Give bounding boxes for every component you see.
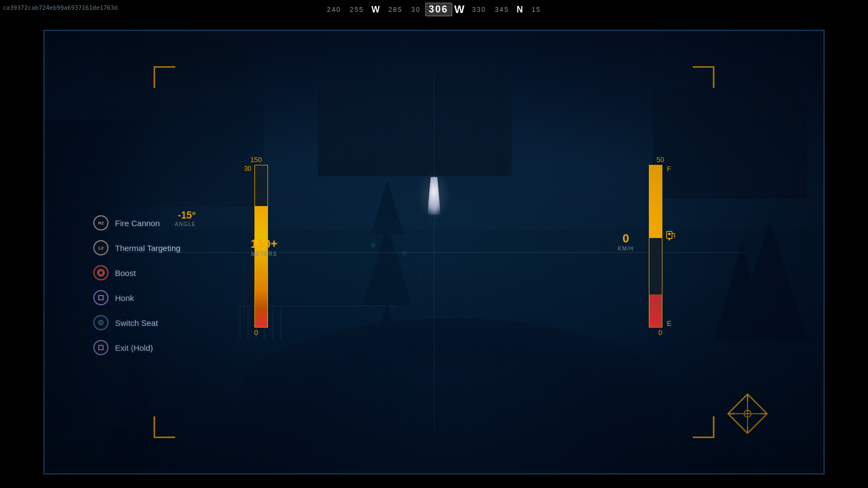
angle-gauge-fill <box>255 206 267 328</box>
switch-seat-button <box>93 315 108 330</box>
controls-hud: R2 Fire Cannon L2 Thermal Targeting Boos… <box>93 215 181 355</box>
control-exit: Exit (Hold) <box>93 340 181 355</box>
tree-tri-1 <box>355 303 420 412</box>
compass-tick-285: 285 <box>384 6 407 14</box>
tree-tri-2 <box>363 224 412 305</box>
switch-seat-label: Switch Seat <box>115 318 158 328</box>
fuel-bottom-label: 0 <box>659 329 662 337</box>
angle-max-label: 150 <box>250 156 262 164</box>
fuel-label-F: F <box>667 165 672 173</box>
crosshair-vertical <box>434 75 435 429</box>
square-button <box>93 290 108 305</box>
speed-label: KM/H <box>618 246 634 252</box>
tree-tri-3 <box>371 180 404 234</box>
compass-tick-345: 345 <box>490 6 513 14</box>
control-switch-seat: Switch Seat <box>93 315 181 330</box>
speed-value: 0 <box>618 232 634 246</box>
honk-label: Honk <box>115 293 134 303</box>
thermal-targeting-label: Thermal Targeting <box>115 243 181 253</box>
angle-bottom-label: 0 <box>254 329 258 337</box>
svg-rect-2 <box>668 239 670 241</box>
compass-cardinal-W2: W <box>454 3 465 16</box>
corner-bracket-bottom-left <box>154 416 175 438</box>
fire-cannon-label: Fire Cannon <box>115 219 160 228</box>
compass-heading-value: 306 <box>425 3 452 16</box>
fuel-pump-icon <box>665 230 677 244</box>
angle-scale-30: 30 <box>244 165 251 172</box>
control-thermal-targeting: L2 Thermal Targeting <box>93 240 181 255</box>
angle-label: ANGLE <box>175 221 196 227</box>
fuel-speed-gauge: 50 F <box>649 156 672 337</box>
angle-value-display: -15° ANGLE <box>175 210 196 227</box>
angle-value: -15° <box>175 210 196 221</box>
corner-bracket-bottom-right <box>693 416 714 438</box>
compass-tick-15: 15 <box>527 6 545 14</box>
distance-label: METERS <box>251 251 278 257</box>
corner-bracket-top-right <box>693 66 714 88</box>
svg-rect-1 <box>668 233 671 235</box>
speed-display: 0 KM/H <box>618 232 634 252</box>
control-honk: Honk <box>93 290 181 305</box>
minimap-icon <box>726 392 769 435</box>
tree-right-tri-2 <box>714 243 769 341</box>
compass-tick-30: 30 <box>407 6 425 14</box>
compass-cardinal-W1: W <box>368 5 384 15</box>
svg-rect-0 <box>667 232 672 239</box>
exit-button <box>93 340 108 355</box>
corner-bracket-top-left <box>154 66 175 88</box>
compass-tick-240: 240 <box>323 6 346 14</box>
debug-id: ca39372cab724eb99a6937161de1763d <box>3 4 118 11</box>
distance-display: 150+ METERS <box>251 237 278 257</box>
exit-label: Exit (Hold) <box>115 343 153 352</box>
compass-cardinal-N: N <box>513 5 527 15</box>
fuel-gauge-fill-bottom <box>649 294 662 327</box>
fuel-gauge-track <box>649 165 662 328</box>
fuel-max-label: 50 <box>656 156 664 164</box>
cabin-roof <box>79 41 275 102</box>
l2-button: L2 <box>93 240 108 255</box>
boost-label: Boost <box>115 268 136 278</box>
fuel-gauge-fill-top <box>649 165 662 238</box>
game-container: ca39372cab724eb99a6937161de1763d 240 255… <box>0 0 868 488</box>
fuel-label-E: E <box>667 319 672 328</box>
compass-tick-255: 255 <box>346 6 368 14</box>
r2-button: R2 <box>93 215 108 230</box>
tree-right <box>668 53 824 341</box>
circle-button <box>93 265 108 280</box>
game-viewport: R2 Fire Cannon L2 Thermal Targeting Boos… <box>43 30 825 474</box>
minimap-svg <box>726 392 769 435</box>
compass-tick-330: 330 <box>468 6 490 14</box>
distance-value: 150+ <box>251 237 278 251</box>
control-fire-cannon: R2 Fire Cannon <box>93 215 181 230</box>
angle-indicator <box>255 206 267 207</box>
control-boost: Boost <box>93 265 181 280</box>
compass: 240 255 W 285 30 306 W 330 345 N 15 <box>323 3 545 16</box>
